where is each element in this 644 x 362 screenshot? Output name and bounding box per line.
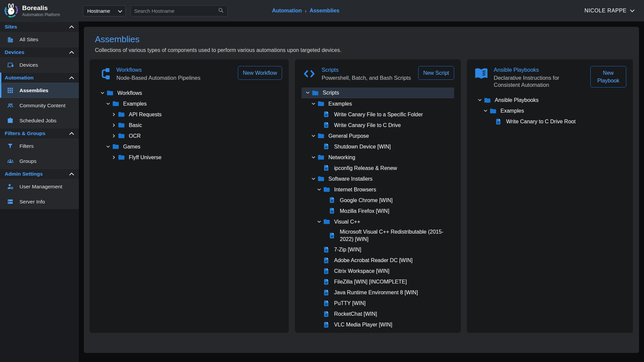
sidebar-column: Sites All Sites Devices Devices Automati…: [0, 21, 79, 362]
tree-item-vlc-media-player-win[interactable]: VLC Media Player [WIN]: [302, 319, 454, 330]
hostname-select-value: Hostname: [87, 8, 110, 14]
tree-item-write-canary-file-to-a-specific-folder[interactable]: Write Canary File to a Specific Folder: [302, 109, 454, 120]
chevron-right-icon[interactable]: [110, 111, 118, 118]
tree-item-label: Citrix Workspace [WIN]: [334, 266, 389, 276]
file-icon: [323, 121, 331, 129]
sidebar-section-label: Filters & Groups: [5, 130, 45, 136]
tree-item-filezilla-win-incomplete[interactable]: FileZilla [WIN] [INCOMPLETE]: [302, 277, 454, 287]
tree-item-ocr[interactable]: OCR: [96, 130, 282, 141]
sidebar-item-user-management[interactable]: User Management: [0, 179, 79, 194]
sidebar-item-scheduled-jobs[interactable]: Scheduled Jobs: [0, 113, 79, 128]
chevron-down-icon[interactable]: [304, 89, 312, 96]
tree-item-rocketchat-win[interactable]: RocketChat [WIN]: [302, 309, 454, 319]
hostname-select[interactable]: Hostname: [83, 5, 126, 16]
tree-item-java-runtime-environment-8-win[interactable]: Java Runtime Environment 8 [WIN]: [302, 287, 454, 298]
tree-item-label: OCR: [129, 131, 141, 141]
chevron-down-icon[interactable]: [309, 176, 317, 182]
sidebar-section-label: Sites: [5, 24, 17, 30]
tree-item-7-zip-win[interactable]: 7-Zip [WIN]: [302, 244, 454, 255]
sidebar-item-label: Devices: [19, 62, 38, 68]
chevron-down-icon[interactable]: [309, 133, 317, 139]
new-workflow-button[interactable]: New Workflow: [238, 66, 282, 80]
chevron-down-icon[interactable]: [98, 90, 106, 96]
tree-item-games[interactable]: Games: [96, 141, 282, 152]
tree-item-workflows[interactable]: Workflows: [96, 87, 282, 98]
tree-item-shutdown-device-win[interactable]: Shutdown Device [WIN]: [302, 141, 454, 152]
tree-item-label: Examples: [123, 99, 147, 109]
search-input[interactable]: [134, 8, 218, 14]
tree-item-examples[interactable]: Examples: [96, 98, 282, 109]
search-icon[interactable]: [218, 7, 224, 15]
sidebar-section-label: Automation: [5, 75, 34, 81]
sidebar-item-groups[interactable]: Groups: [0, 154, 79, 169]
tree-item-scripts[interactable]: Scripts: [302, 87, 454, 98]
sidebar-section-header[interactable]: Filters & Groups: [0, 128, 79, 138]
user-menu[interactable]: NICOLE RAPPE: [585, 8, 635, 14]
sidebar-item-community-content[interactable]: Community Content: [0, 98, 79, 113]
tree-item-adobe-acrobat-reader-dc-win[interactable]: Adobe Acrobat Reader DC [WIN]: [302, 255, 454, 266]
sidebar-item-server-info[interactable]: Server Info: [0, 194, 79, 209]
tree: Scripts Examples Write Canary File to a …: [302, 87, 454, 330]
file-icon: [495, 118, 503, 125]
folder-icon: [323, 186, 331, 193]
tree-item-microsoft-visual-c-redistributable-2015-2022-win[interactable]: Microsoft Visual C++ Redistributable (20…: [302, 227, 454, 244]
sidebar-nav: Sites All Sites Devices Devices Automati…: [0, 21, 79, 209]
sidebar-item-devices[interactable]: Devices: [0, 57, 79, 72]
tree-item-general-purpose[interactable]: General Purpose: [302, 130, 454, 141]
tree-item-internet-browsers[interactable]: Internet Browsers: [302, 184, 454, 195]
tree-item-write-canary-to-c-drive-root[interactable]: Write Canary to C Drive Root: [474, 116, 626, 127]
tree-item-label: Games: [123, 142, 141, 152]
card-scripts: Scripts Powershell, Batch, and Bash Scri…: [295, 59, 461, 333]
breadcrumb-item-automation[interactable]: Automation: [272, 8, 302, 14]
sidebar-section-header[interactable]: Admin Settings: [0, 169, 79, 179]
chevron-down-icon[interactable]: [104, 101, 112, 107]
chevron-right-icon[interactable]: [110, 122, 118, 128]
page-title: Assemblies: [95, 34, 633, 45]
sidebar-section-sites: Sites All Sites: [0, 21, 79, 47]
sidebar-section-header[interactable]: Devices: [0, 47, 79, 57]
tree-item-write-canary-file-to-c-drive[interactable]: Write Canary File to C Drive: [302, 120, 454, 130]
chevron-down-icon[interactable]: [309, 101, 317, 107]
sidebar-section-label: Devices: [5, 49, 24, 55]
briefcase-icon: [7, 117, 14, 124]
tree-item-examples[interactable]: Examples: [302, 98, 454, 109]
sidebar-section-items: Filters Groups: [0, 138, 79, 169]
new-playbook-button[interactable]: New Playbook: [590, 66, 626, 87]
new-script-button[interactable]: New Script: [418, 66, 454, 80]
sidebar-section-header[interactable]: Sites: [0, 21, 79, 32]
tree-item-label: FileZilla [WIN] [INCOMPLETE]: [334, 277, 407, 287]
chevron-down-icon[interactable]: [315, 186, 323, 193]
chevron-down-icon[interactable]: [315, 219, 323, 225]
chevron-down-icon[interactable]: [104, 143, 112, 150]
tree-item-basic[interactable]: Basic: [96, 120, 282, 130]
tree-item-flyff-universe[interactable]: Flyff Universe: [96, 152, 282, 163]
sidebar-section-automation: Automation Assemblies Community Content …: [0, 72, 79, 128]
breadcrumb-item-assemblies[interactable]: Assemblies: [310, 8, 339, 14]
tree-item-mozilla-firefox-win[interactable]: Mozilla Firefox [WIN]: [302, 205, 454, 216]
chevron-right-icon[interactable]: [110, 133, 118, 139]
chevron-right-icon[interactable]: [110, 154, 118, 161]
tree-item-ipconfig-release-renew[interactable]: ipconfig Release & Renew: [302, 163, 454, 173]
tree-item-api-requests[interactable]: API Requests: [96, 109, 282, 120]
folder-icon: [489, 107, 497, 115]
sidebar-item-filters[interactable]: Filters: [0, 138, 79, 154]
workflow-icon: [96, 66, 112, 81]
tree-item-visual-c[interactable]: Visual C++: [302, 216, 454, 227]
sidebar-item-all-sites[interactable]: All Sites: [0, 32, 79, 47]
tree-item-label: RocketChat [WIN]: [334, 309, 377, 319]
tree-item-networking[interactable]: Networking: [302, 152, 454, 163]
tree-item-ansible-playbooks[interactable]: Ansible Playbooks: [474, 95, 626, 106]
sidebar-section-header[interactable]: Automation: [0, 72, 79, 83]
chevron-down-icon[interactable]: [476, 97, 484, 103]
sidebar-item-assemblies[interactable]: Assemblies: [0, 83, 79, 98]
chevron-down-icon[interactable]: [309, 154, 317, 161]
tree-item-putty-win[interactable]: PuTTY [WIN]: [302, 298, 454, 309]
chevron-down-icon: [630, 8, 635, 14]
chevron-down-icon[interactable]: [481, 108, 489, 114]
tree-item-examples[interactable]: Examples: [474, 106, 626, 116]
tree-item-google-chrome-win[interactable]: Google Chrome [WIN]: [302, 195, 454, 205]
sidebar-item-label: Server Info: [19, 199, 45, 205]
tree-item-software-installers[interactable]: Software Installers: [302, 173, 454, 184]
sidebar-item-label: Groups: [19, 158, 37, 164]
tree-item-citrix-workspace-win[interactable]: Citrix Workspace [WIN]: [302, 266, 454, 277]
